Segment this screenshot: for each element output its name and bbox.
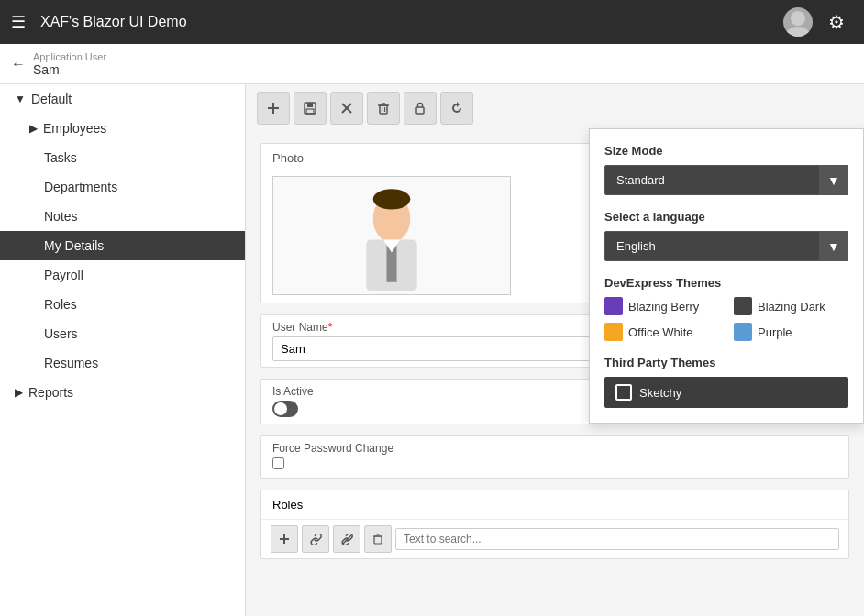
roles-toolbar bbox=[261, 520, 848, 558]
sidebar-item-label: My Details bbox=[44, 238, 104, 253]
force-password-section: Force Password Change bbox=[260, 435, 849, 478]
toggle-dot bbox=[274, 402, 287, 415]
theme-blazing-dark[interactable]: Blazing Dark bbox=[734, 297, 848, 315]
blazing-dark-swatch bbox=[734, 297, 752, 315]
svg-point-18 bbox=[373, 189, 411, 209]
breadcrumb: Application User Sam bbox=[33, 51, 106, 77]
breadcrumb-bar: ← Application User Sam bbox=[0, 44, 864, 84]
sidebar-item-tasks[interactable]: Tasks bbox=[0, 143, 245, 172]
sidebar-item-label: Resumes bbox=[44, 356, 98, 370]
theme-purple-label: Purple bbox=[758, 325, 792, 339]
force-password-field: Force Password Change bbox=[261, 436, 848, 478]
theme-blazing-dark-label: Blazing Dark bbox=[758, 300, 825, 314]
sidebar-item-label: Roles bbox=[44, 297, 77, 312]
sidebar: ▼ Default ▶ Employees Tasks Departments … bbox=[0, 84, 246, 616]
sidebar-item-users[interactable]: Users bbox=[0, 319, 245, 348]
sidebar-item-reports[interactable]: ▶ Reports bbox=[0, 378, 245, 407]
avatar bbox=[783, 7, 813, 37]
breadcrumb-sub: Application User bbox=[33, 51, 106, 62]
sidebar-item-label: Employees bbox=[43, 121, 106, 136]
theme-purple[interactable]: Purple bbox=[734, 323, 848, 341]
force-password-label: Force Password Change bbox=[272, 442, 837, 455]
app-container: ☰ XAF's Blazor UI Demo ⚙ ← Application U… bbox=[0, 0, 864, 616]
sidebar-item-label: Reports bbox=[28, 385, 73, 400]
sketchy-label: Sketchy bbox=[639, 386, 681, 400]
is-active-toggle[interactable] bbox=[272, 401, 298, 417]
svg-point-1 bbox=[786, 27, 810, 37]
language-select-wrapper: English French German Spanish ▼ bbox=[604, 231, 848, 261]
sidebar-item-label: Default bbox=[31, 92, 72, 106]
content-area: Photo bbox=[246, 84, 864, 616]
size-mode-label: Size Mode bbox=[604, 144, 848, 158]
size-mode-select[interactable]: Small Standard Large bbox=[604, 165, 848, 195]
sidebar-item-label: Notes bbox=[44, 209, 78, 224]
office-white-swatch bbox=[604, 323, 623, 341]
purple-swatch bbox=[734, 323, 752, 341]
refresh-button[interactable] bbox=[440, 92, 473, 125]
sketchy-checkbox[interactable] bbox=[615, 384, 632, 401]
sidebar-item-label: Users bbox=[44, 326, 78, 341]
toolbar bbox=[246, 84, 864, 132]
sidebar-item-mydetails[interactable]: My Details bbox=[0, 231, 245, 260]
devexpress-themes-label: DevExpress Themes bbox=[604, 276, 848, 290]
svg-rect-14 bbox=[416, 107, 424, 114]
theme-office-white-label: Office White bbox=[628, 325, 693, 339]
svg-rect-9 bbox=[380, 105, 387, 114]
roles-unlink-button[interactable] bbox=[333, 525, 360, 553]
hamburger-icon[interactable]: ☰ bbox=[11, 12, 26, 32]
header: ☰ XAF's Blazor UI Demo ⚙ bbox=[0, 0, 864, 44]
roles-header: Roles bbox=[261, 490, 848, 520]
photo-box bbox=[272, 176, 511, 295]
theme-blazing-berry-label: Blazing Berry bbox=[628, 300, 699, 314]
delete-button[interactable] bbox=[367, 92, 400, 125]
roles-delete-button[interactable] bbox=[364, 525, 392, 553]
sidebar-item-label: Tasks bbox=[44, 150, 77, 165]
sketchy-theme-item[interactable]: Sketchy bbox=[604, 377, 848, 408]
cancel-button[interactable] bbox=[330, 92, 363, 125]
user-avatar-svg bbox=[783, 7, 813, 37]
breadcrumb-main: Sam bbox=[33, 62, 106, 77]
chevron-right-icon: ▶ bbox=[15, 386, 23, 399]
settings-gear-button[interactable]: ⚙ bbox=[820, 6, 853, 38]
third-party-label: Third Party Themes bbox=[604, 356, 848, 369]
sidebar-item-roles[interactable]: Roles bbox=[0, 290, 245, 319]
sidebar-item-notes[interactable]: Notes bbox=[0, 202, 245, 231]
add-button[interactable] bbox=[257, 92, 290, 125]
header-right: ⚙ bbox=[783, 6, 853, 38]
sidebar-item-resumes[interactable]: Resumes bbox=[0, 348, 245, 378]
svg-rect-5 bbox=[307, 103, 313, 107]
blazing-berry-swatch bbox=[604, 297, 623, 315]
svg-point-0 bbox=[791, 11, 805, 26]
required-star: * bbox=[328, 321, 333, 334]
roles-section: Roles bbox=[260, 490, 849, 559]
main-layout: ▼ Default ▶ Employees Tasks Departments … bbox=[0, 84, 864, 616]
sidebar-item-payroll[interactable]: Payroll bbox=[0, 260, 245, 290]
roles-search-input[interactable] bbox=[395, 528, 839, 550]
sidebar-item-default[interactable]: ▼ Default bbox=[0, 84, 245, 114]
lock-button[interactable] bbox=[404, 92, 437, 125]
sidebar-item-departments[interactable]: Departments bbox=[0, 172, 245, 202]
theme-blazing-berry[interactable]: Blazing Berry bbox=[604, 297, 719, 315]
themes-grid: Blazing Berry Blazing Dark Office White … bbox=[604, 297, 848, 341]
chevron-down-icon: ▼ bbox=[15, 93, 26, 105]
language-select[interactable]: English French German Spanish bbox=[604, 231, 848, 261]
size-mode-select-wrapper: Small Standard Large ▼ bbox=[604, 165, 848, 195]
back-button[interactable]: ← bbox=[11, 56, 26, 72]
roles-link-button[interactable] bbox=[302, 525, 329, 553]
force-password-checkbox[interactable] bbox=[272, 457, 284, 469]
sidebar-item-label: Payroll bbox=[44, 268, 83, 282]
language-label: Select a language bbox=[604, 210, 848, 224]
app-title: XAF's Blazor UI Demo bbox=[40, 14, 769, 30]
chevron-right-icon: ▶ bbox=[29, 122, 38, 135]
svg-rect-23 bbox=[374, 536, 382, 544]
sidebar-item-label: Departments bbox=[44, 180, 117, 194]
sidebar-item-employees[interactable]: ▶ Employees bbox=[0, 114, 245, 143]
theme-office-white[interactable]: Office White bbox=[604, 323, 719, 341]
photo-person bbox=[346, 181, 438, 291]
roles-add-button[interactable] bbox=[271, 525, 298, 553]
settings-panel: Size Mode Small Standard Large ▼ Select … bbox=[589, 128, 864, 424]
save-button[interactable] bbox=[294, 92, 327, 125]
